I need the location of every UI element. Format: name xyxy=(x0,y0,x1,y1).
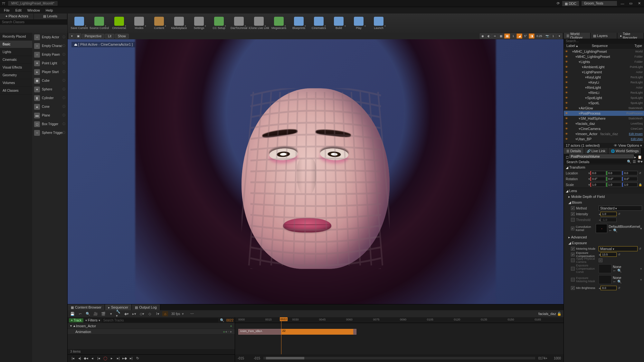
lock-icon[interactable]: 🔓 xyxy=(557,312,562,316)
seq-fps[interactable]: 30 fps xyxy=(171,312,180,316)
cb-threshold[interactable] xyxy=(571,218,575,222)
range-l[interactable]: -015 xyxy=(254,357,260,360)
metering-dropdown[interactable]: Manual ▾ xyxy=(599,246,638,251)
scale-x[interactable]: 1.0 xyxy=(590,182,606,187)
vp-realtime-icon[interactable]: ◐ xyxy=(486,33,492,39)
sync-icon[interactable]: ⟳ xyxy=(557,1,560,5)
tab-layers[interactable]: ▤ Layers xyxy=(591,33,617,39)
cb-expcurve[interactable] xyxy=(571,267,575,271)
seq-save-icon[interactable]: 💾 xyxy=(70,311,75,316)
bloom-kernel-thumb[interactable] xyxy=(596,224,607,233)
outliner-row[interactable]: 👁▾ CineCameraCineCam xyxy=(564,126,644,131)
tool-launch[interactable]: Launch▾ xyxy=(370,14,388,32)
cb-method[interactable]: ✓ xyxy=(571,206,575,210)
track-search[interactable]: Search Tracks xyxy=(102,318,218,322)
reset-icon[interactable]: ↺ xyxy=(617,253,621,256)
vp-menu-icon[interactable]: ▾ xyxy=(69,33,75,39)
cb-minbright[interactable]: ✓ xyxy=(571,286,575,290)
ddc-button[interactable]: ▦ DDC xyxy=(562,1,579,6)
browse-asset-icon[interactable]: 🔍 xyxy=(613,228,618,232)
cb-metering[interactable]: ✓ xyxy=(571,247,575,251)
cat-visual-effects[interactable]: Visual Effects xyxy=(0,64,32,71)
vp-game-icon[interactable]: ◉ xyxy=(480,33,486,39)
seq-snap-icon[interactable]: ◇▾ xyxy=(139,311,145,316)
tool-build[interactable]: Build▾ xyxy=(330,14,348,32)
seq-autokey-icon[interactable]: ⌂ xyxy=(162,311,168,316)
menu-help[interactable]: Help xyxy=(43,8,56,13)
outliner-row[interactable]: 👁▾ AmbientLightPointLight xyxy=(564,64,644,70)
cb-expmask[interactable] xyxy=(571,278,575,282)
range-r[interactable]: 1000 xyxy=(554,357,561,360)
vp-stats-icon[interactable]: ∞ xyxy=(492,33,498,39)
seq-dropdown-icon[interactable]: ▾ xyxy=(108,311,114,316)
seq-render-icon[interactable]: 🎬 xyxy=(100,311,106,316)
tool-omniverse[interactable]: Omniverse▾ xyxy=(110,14,128,32)
tab-levels[interactable]: ▤ Levels xyxy=(34,14,68,19)
vp-snap-deg[interactable]: 5° xyxy=(523,33,528,39)
tab-world-settings[interactable]: 🌐 World Settings xyxy=(608,148,641,154)
reset-icon[interactable]: ↺ xyxy=(617,212,621,216)
tool-cinematics[interactable]: Cinematics▾ xyxy=(310,14,328,32)
place-item[interactable]: ○Empty Characterⓘ xyxy=(32,42,67,50)
add-track-button[interactable]: + Track xyxy=(69,318,83,322)
section-lens[interactable]: ◢ Lens xyxy=(564,188,644,194)
use-icon[interactable]: ← xyxy=(609,228,612,232)
next-frame-button[interactable]: ▸| xyxy=(115,356,121,361)
rot-x[interactable]: 0.0° xyxy=(590,177,606,181)
bloom-intensity[interactable]: 1.0 xyxy=(601,212,617,216)
sequencer-timeline[interactable]: 0000001500300045006000750090010501200135… xyxy=(235,317,564,362)
eject-icon[interactable]: ⏏ xyxy=(74,42,77,46)
tool-blueprints[interactable]: Blueprints▾ xyxy=(290,14,308,32)
vp-snap-scale[interactable]: ◨ xyxy=(529,33,535,39)
scale-z[interactable]: 1.0 xyxy=(622,182,638,187)
tab-output-log[interactable]: ▤ Output Log xyxy=(132,304,160,310)
vp-camera-icon[interactable]: ▣ xyxy=(75,33,81,39)
tab-details[interactable]: ☰ Details xyxy=(564,148,584,154)
cb-intensity[interactable]: ✓ xyxy=(571,212,575,216)
browse-icon[interactable]: ▸ xyxy=(634,154,637,158)
reset-icon[interactable]: ↺ xyxy=(638,247,642,250)
outliner-row[interactable]: 👁▾ Utan_BPEdit Utan xyxy=(564,136,644,142)
goto-end-button[interactable]: ▸| xyxy=(128,356,134,361)
vp-perspective[interactable]: Perspective xyxy=(82,34,104,39)
outliner-hdr-type[interactable]: Type xyxy=(625,44,644,49)
outliner-row[interactable]: 👁▾ Imoen_Actor facials_dazEdit Imoen xyxy=(564,131,644,136)
section-transform[interactable]: ◢ Transform xyxy=(564,164,644,170)
record-button[interactable]: ◯ xyxy=(102,356,108,361)
place-item[interactable]: ●Sphereⓘ xyxy=(32,85,67,94)
menu-file[interactable]: File xyxy=(1,8,12,13)
seq-curve-editor-icon[interactable]: 〰 xyxy=(189,311,195,316)
vp-camera-speed[interactable]: 1 xyxy=(550,33,556,39)
tool-megascans[interactable]: Megascans▾ xyxy=(270,14,288,32)
actor-name-input[interactable] xyxy=(569,154,634,158)
title-tab[interactable]: MHC_LightingPreset_Moonlit* xyxy=(8,1,58,6)
tool-settings[interactable]: Settings▾ xyxy=(190,14,208,32)
seq-snap2-icon[interactable]: ◇ xyxy=(147,311,153,316)
tab-live-link[interactable]: 🔗 Live Link xyxy=(584,148,608,154)
seq-key-icon[interactable]: ◆▾ xyxy=(124,311,129,316)
min-brightness[interactable]: 8.0 xyxy=(601,286,617,290)
search-icon[interactable]: 🔍 xyxy=(627,160,631,163)
outliner-row[interactable]: 👁▾ MHC_LightingPresetWorld xyxy=(564,49,644,54)
tool-daztounreal[interactable]: DazToUnreal▾ xyxy=(230,14,248,32)
outliner-row[interactable]: 👁▾ KeyLightRectLight xyxy=(564,75,644,80)
vp-show[interactable]: Show xyxy=(115,34,129,39)
tab-take-recorder[interactable]: ● Take Recorder xyxy=(617,33,644,39)
outliner-row[interactable]: 👁▾ RimLiRectLight xyxy=(564,90,644,95)
anim-clip-end[interactable]: 22 xyxy=(281,329,353,335)
prev-key-button[interactable]: ◆◂ xyxy=(83,356,89,361)
next-key-button[interactable]: ▸◆ xyxy=(122,356,128,361)
vp-fps-icon[interactable]: ▦ xyxy=(498,33,504,39)
place-item[interactable]: ○Empty Actorⓘ xyxy=(32,33,67,42)
place-search[interactable]: Search Classes xyxy=(0,19,67,25)
place-item[interactable]: ▲Coneⓘ xyxy=(32,102,67,111)
loc-z[interactable]: 0.0 xyxy=(622,171,638,175)
reverse-button[interactable]: |◂ xyxy=(96,356,102,361)
tool-content[interactable]: Content▾ xyxy=(150,14,168,32)
details-search[interactable]: Search Details xyxy=(565,160,627,163)
place-item[interactable]: ▬Planeⓘ xyxy=(32,111,67,120)
view-options-button[interactable]: 👁 View Options ▾ xyxy=(614,144,642,147)
step-back-button[interactable]: ◂| xyxy=(77,356,82,361)
close-button[interactable]: ✕ xyxy=(636,1,642,5)
place-item[interactable]: ✦Point Lightⓘ xyxy=(32,59,67,68)
